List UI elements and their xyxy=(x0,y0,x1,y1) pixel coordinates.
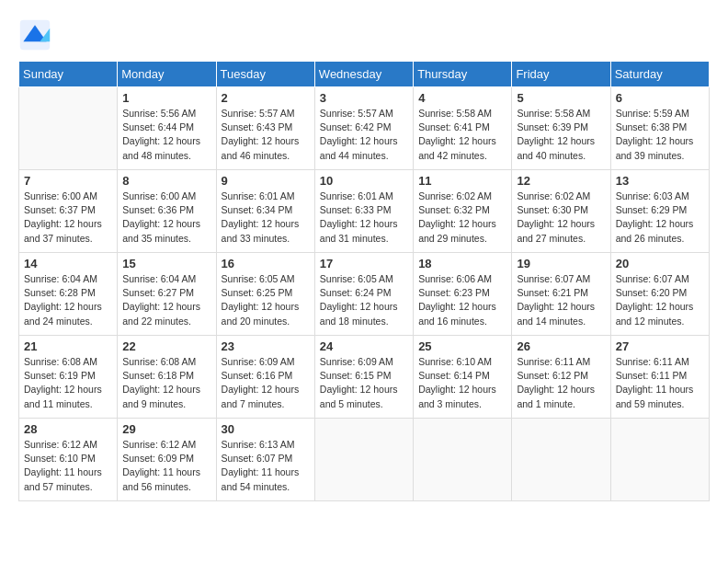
calendar-cell-3-6: 19Sunrise: 6:07 AM Sunset: 6:21 PM Dayli… xyxy=(512,253,610,336)
day-number: 4 xyxy=(418,91,506,105)
logo-icon xyxy=(18,18,51,52)
day-number: 30 xyxy=(222,422,310,436)
day-number: 15 xyxy=(122,257,210,270)
calendar-cell-3-2: 15Sunrise: 6:04 AM Sunset: 6:27 PM Dayli… xyxy=(118,253,216,336)
calendar-cell-4-5: 25Sunrise: 6:10 AM Sunset: 6:14 PM Dayli… xyxy=(414,336,512,419)
calendar-cell-4-3: 23Sunrise: 6:09 AM Sunset: 6:16 PM Dayli… xyxy=(216,336,314,419)
calendar-cell-3-3: 16Sunrise: 6:05 AM Sunset: 6:25 PM Dayli… xyxy=(216,253,314,336)
header xyxy=(18,18,710,52)
calendar-cell-1-3: 2Sunrise: 5:57 AM Sunset: 6:43 PM Daylig… xyxy=(216,87,314,170)
calendar-cell-2-1: 7Sunrise: 6:00 AM Sunset: 6:37 PM Daylig… xyxy=(19,170,118,253)
day-info: Sunrise: 6:12 AM Sunset: 6:10 PM Dayligh… xyxy=(24,438,112,494)
day-number: 8 xyxy=(122,174,210,188)
day-number: 9 xyxy=(222,174,310,188)
calendar-week-row-4: 21Sunrise: 6:08 AM Sunset: 6:19 PM Dayli… xyxy=(19,336,710,419)
calendar-cell-1-2: 1Sunrise: 5:56 AM Sunset: 6:44 PM Daylig… xyxy=(118,87,216,170)
calendar-cell-2-5: 11Sunrise: 6:02 AM Sunset: 6:32 PM Dayli… xyxy=(414,170,512,253)
day-info: Sunrise: 6:04 AM Sunset: 6:27 PM Dayligh… xyxy=(122,272,210,328)
weekday-header-friday: Friday xyxy=(512,62,610,87)
day-info: Sunrise: 6:09 AM Sunset: 6:16 PM Dayligh… xyxy=(222,355,310,411)
day-number: 6 xyxy=(616,91,704,105)
day-number: 16 xyxy=(222,257,310,270)
day-info: Sunrise: 6:01 AM Sunset: 6:33 PM Dayligh… xyxy=(320,190,408,246)
calendar-cell-1-5: 4Sunrise: 5:58 AM Sunset: 6:41 PM Daylig… xyxy=(414,87,512,170)
calendar-cell-2-6: 12Sunrise: 6:02 AM Sunset: 6:30 PM Dayli… xyxy=(512,170,610,253)
day-info: Sunrise: 6:07 AM Sunset: 6:20 PM Dayligh… xyxy=(616,272,704,328)
day-number: 2 xyxy=(222,91,310,105)
calendar-cell-5-7 xyxy=(610,419,709,501)
day-number: 22 xyxy=(122,339,210,353)
day-info: Sunrise: 5:57 AM Sunset: 6:42 PM Dayligh… xyxy=(320,107,408,163)
day-number: 11 xyxy=(418,174,506,188)
calendar-cell-2-2: 8Sunrise: 6:00 AM Sunset: 6:36 PM Daylig… xyxy=(118,170,216,253)
day-info: Sunrise: 6:12 AM Sunset: 6:09 PM Dayligh… xyxy=(122,438,210,494)
weekday-header-sunday: Sunday xyxy=(19,62,118,87)
calendar-cell-2-3: 9Sunrise: 6:01 AM Sunset: 6:34 PM Daylig… xyxy=(216,170,314,253)
calendar-cell-1-1 xyxy=(19,87,118,170)
calendar-cell-5-5 xyxy=(414,419,512,501)
day-info: Sunrise: 6:10 AM Sunset: 6:14 PM Dayligh… xyxy=(418,355,506,411)
day-number: 28 xyxy=(24,422,112,436)
weekday-header-saturday: Saturday xyxy=(610,62,709,87)
day-info: Sunrise: 6:01 AM Sunset: 6:34 PM Dayligh… xyxy=(222,190,310,246)
calendar-week-row-5: 28Sunrise: 6:12 AM Sunset: 6:10 PM Dayli… xyxy=(19,419,710,501)
calendar-week-row-1: 1Sunrise: 5:56 AM Sunset: 6:44 PM Daylig… xyxy=(19,87,710,170)
calendar-cell-5-4 xyxy=(314,419,413,501)
calendar-cell-3-1: 14Sunrise: 6:04 AM Sunset: 6:28 PM Dayli… xyxy=(19,253,118,336)
day-info: Sunrise: 6:00 AM Sunset: 6:37 PM Dayligh… xyxy=(24,190,112,246)
calendar-cell-4-1: 21Sunrise: 6:08 AM Sunset: 6:19 PM Dayli… xyxy=(19,336,118,419)
day-number: 12 xyxy=(517,174,605,188)
calendar-cell-5-2: 29Sunrise: 6:12 AM Sunset: 6:09 PM Dayli… xyxy=(118,419,216,501)
day-number: 24 xyxy=(320,339,408,353)
day-info: Sunrise: 6:06 AM Sunset: 6:23 PM Dayligh… xyxy=(418,272,506,328)
day-info: Sunrise: 6:02 AM Sunset: 6:32 PM Dayligh… xyxy=(418,190,506,246)
day-number: 29 xyxy=(122,422,210,436)
day-number: 21 xyxy=(24,339,112,353)
day-info: Sunrise: 6:11 AM Sunset: 6:12 PM Dayligh… xyxy=(517,355,605,411)
calendar-header-row: SundayMondayTuesdayWednesdayThursdayFrid… xyxy=(19,62,710,87)
day-number: 19 xyxy=(517,257,605,270)
calendar-week-row-3: 14Sunrise: 6:04 AM Sunset: 6:28 PM Dayli… xyxy=(19,253,710,336)
day-number: 13 xyxy=(616,174,704,188)
calendar-cell-2-7: 13Sunrise: 6:03 AM Sunset: 6:29 PM Dayli… xyxy=(610,170,709,253)
day-info: Sunrise: 6:08 AM Sunset: 6:19 PM Dayligh… xyxy=(24,355,112,411)
calendar-cell-4-2: 22Sunrise: 6:08 AM Sunset: 6:18 PM Dayli… xyxy=(118,336,216,419)
day-number: 18 xyxy=(418,257,506,270)
day-info: Sunrise: 6:07 AM Sunset: 6:21 PM Dayligh… xyxy=(517,272,605,328)
day-number: 7 xyxy=(24,174,112,188)
day-info: Sunrise: 6:13 AM Sunset: 6:07 PM Dayligh… xyxy=(222,438,310,494)
day-number: 23 xyxy=(222,339,310,353)
logo xyxy=(18,18,55,52)
day-info: Sunrise: 6:05 AM Sunset: 6:25 PM Dayligh… xyxy=(222,272,310,328)
day-number: 1 xyxy=(122,91,210,105)
day-info: Sunrise: 5:59 AM Sunset: 6:38 PM Dayligh… xyxy=(616,107,704,163)
calendar-cell-3-7: 20Sunrise: 6:07 AM Sunset: 6:20 PM Dayli… xyxy=(610,253,709,336)
calendar-cell-2-4: 10Sunrise: 6:01 AM Sunset: 6:33 PM Dayli… xyxy=(314,170,413,253)
day-info: Sunrise: 6:11 AM Sunset: 6:11 PM Dayligh… xyxy=(616,355,704,411)
day-info: Sunrise: 5:58 AM Sunset: 6:39 PM Dayligh… xyxy=(517,107,605,163)
weekday-header-thursday: Thursday xyxy=(414,62,512,87)
calendar-cell-3-4: 17Sunrise: 6:05 AM Sunset: 6:24 PM Dayli… xyxy=(314,253,413,336)
calendar-table: SundayMondayTuesdayWednesdayThursdayFrid… xyxy=(18,61,710,501)
day-number: 3 xyxy=(320,91,408,105)
day-number: 17 xyxy=(320,257,408,270)
calendar-cell-1-6: 5Sunrise: 5:58 AM Sunset: 6:39 PM Daylig… xyxy=(512,87,610,170)
day-info: Sunrise: 5:58 AM Sunset: 6:41 PM Dayligh… xyxy=(418,107,506,163)
calendar-cell-5-6 xyxy=(512,419,610,501)
calendar-cell-4-4: 24Sunrise: 6:09 AM Sunset: 6:15 PM Dayli… xyxy=(314,336,413,419)
calendar-cell-5-1: 28Sunrise: 6:12 AM Sunset: 6:10 PM Dayli… xyxy=(19,419,118,501)
calendar-cell-3-5: 18Sunrise: 6:06 AM Sunset: 6:23 PM Dayli… xyxy=(414,253,512,336)
calendar-cell-5-3: 30Sunrise: 6:13 AM Sunset: 6:07 PM Dayli… xyxy=(216,419,314,501)
day-info: Sunrise: 6:02 AM Sunset: 6:30 PM Dayligh… xyxy=(517,190,605,246)
calendar-cell-1-4: 3Sunrise: 5:57 AM Sunset: 6:42 PM Daylig… xyxy=(314,87,413,170)
day-info: Sunrise: 6:03 AM Sunset: 6:29 PM Dayligh… xyxy=(616,190,704,246)
day-number: 26 xyxy=(517,339,605,353)
day-number: 27 xyxy=(616,339,704,353)
calendar-cell-4-6: 26Sunrise: 6:11 AM Sunset: 6:12 PM Dayli… xyxy=(512,336,610,419)
day-info: Sunrise: 5:57 AM Sunset: 6:43 PM Dayligh… xyxy=(222,107,310,163)
weekday-header-wednesday: Wednesday xyxy=(314,62,413,87)
day-info: Sunrise: 6:09 AM Sunset: 6:15 PM Dayligh… xyxy=(320,355,408,411)
day-info: Sunrise: 6:05 AM Sunset: 6:24 PM Dayligh… xyxy=(320,272,408,328)
day-info: Sunrise: 6:08 AM Sunset: 6:18 PM Dayligh… xyxy=(122,355,210,411)
day-number: 25 xyxy=(418,339,506,353)
